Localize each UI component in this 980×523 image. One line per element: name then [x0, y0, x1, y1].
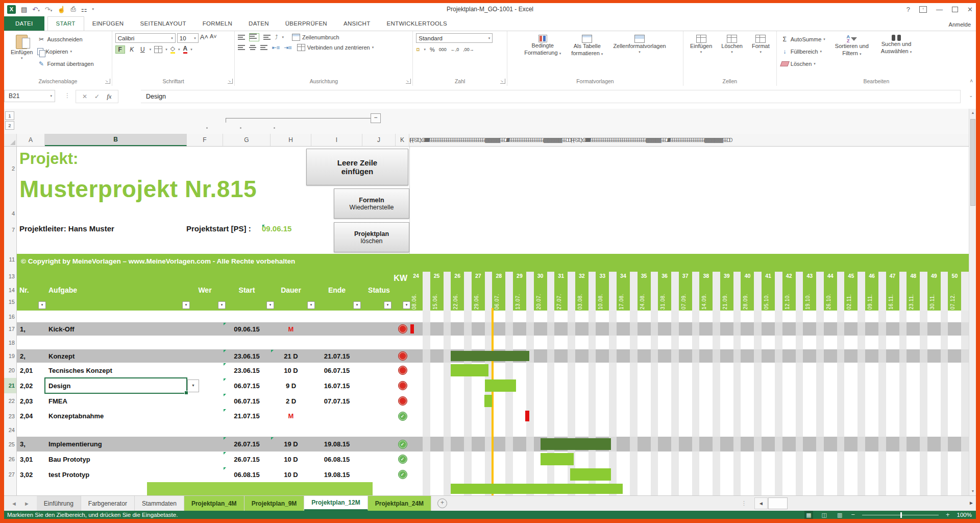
filter-button[interactable]: ▾ — [266, 301, 274, 309]
row-header-25[interactable]: 25 — [4, 437, 16, 451]
copy-button[interactable]: Kopieren▾ — [36, 45, 94, 58]
cell-task-27[interactable]: test Prototyp — [45, 467, 187, 482]
milestone-23[interactable] — [525, 411, 529, 421]
gantt-bar-20[interactable] — [451, 364, 488, 376]
filter-button[interactable]: ▾ — [353, 301, 361, 309]
ribbon-tab-start[interactable]: START — [47, 16, 84, 31]
fill-button[interactable]: ↓Füllbereich▾ — [780, 45, 826, 58]
format-painter-button[interactable]: ✎Format übertragen — [36, 58, 94, 70]
cell-ende-19[interactable]: 21.07.15 — [311, 349, 362, 363]
sheet-nav-prev-icon[interactable]: ◄ — [11, 501, 17, 507]
sheet-tab-Projektplan_4M[interactable]: Projektplan_4M — [184, 496, 244, 511]
sheet-tab-Projektplan_12M[interactable]: Projektplan_12M — [304, 496, 368, 511]
vertical-scroll-thumb[interactable] — [970, 119, 975, 206]
cell-dauer-21[interactable]: 9 D — [271, 378, 311, 393]
sheet-tab-Farbgenerator[interactable]: Farbgenerator — [81, 496, 135, 511]
row-header-28[interactable] — [4, 482, 16, 495]
gantt-bar-21[interactable] — [485, 379, 516, 392]
formula-input[interactable]: Design — [141, 90, 961, 103]
cell-task-23[interactable]: Konzeptabnahme — [45, 409, 187, 423]
confirm-entry-icon[interactable]: ✓ — [94, 93, 100, 100]
tab-split-handle[interactable]: ⋮ — [741, 500, 747, 507]
row-header-11[interactable]: 11 — [9, 256, 15, 263]
cell-dauer-16[interactable] — [271, 311, 311, 322]
cell-nr-28[interactable] — [17, 482, 45, 495]
format-cells-button[interactable]: Format▾ — [748, 33, 773, 78]
italic-button[interactable]: K — [128, 46, 136, 53]
row-header-7[interactable]: 7 — [12, 227, 15, 233]
cell-dauer-18[interactable] — [271, 336, 311, 349]
cell-start-21[interactable]: 06.07.15 — [223, 378, 271, 393]
cell-nr-19[interactable]: 2, — [17, 349, 45, 363]
font-color-icon[interactable]: A — [183, 45, 188, 54]
cell-nr-22[interactable]: 2,03 — [17, 393, 45, 409]
increase-decimal-icon[interactable]: ←,0 — [451, 47, 459, 52]
outline-level-1-button[interactable]: 1 — [5, 111, 14, 120]
column-header-K[interactable]: K — [396, 134, 409, 146]
row-header-15[interactable]: 15 — [9, 299, 15, 305]
cell-start-26[interactable]: 26.07.15 — [223, 451, 271, 467]
cell-start-22[interactable]: 06.07.15 — [223, 393, 271, 409]
cut-button[interactable]: ✂Ausschneiden — [36, 33, 94, 45]
cell-nr-17[interactable]: 1, — [17, 322, 45, 336]
insert-empty-row-button[interactable]: Leere Zeileeinfügen — [306, 149, 408, 185]
help-button[interactable]: ? — [906, 6, 910, 13]
expand-formula-bar-icon[interactable]: ⌄ — [969, 93, 973, 98]
clear-plan-button[interactable]: Projektplanlöschen — [334, 222, 409, 252]
insert-cells-button[interactable]: Einfügen▾ — [687, 33, 716, 78]
column-header-A[interactable]: A — [17, 134, 45, 146]
align-middle-icon[interactable] — [249, 33, 259, 41]
zoom-slider-thumb[interactable] — [900, 512, 902, 518]
align-bottom-icon[interactable] — [263, 35, 271, 40]
clear-button[interactable]: Löschen▾ — [780, 58, 826, 70]
paste-button[interactable]: Einfügen▾ — [7, 33, 36, 78]
column-header-I[interactable]: I — [311, 134, 362, 146]
cell-ende-22[interactable]: 07.07.15 — [311, 393, 362, 409]
sheet-tab-Projektplan_24M[interactable]: Projektplan_24M — [368, 496, 431, 511]
cell-task-24[interactable] — [45, 423, 187, 437]
cell-dauer-26[interactable]: 10 D — [271, 451, 311, 467]
cell-start-27[interactable]: 06.08.15 — [223, 467, 271, 482]
hscroll-right-icon[interactable]: ► — [967, 497, 976, 509]
percent-format-icon[interactable]: % — [430, 46, 435, 53]
restore-button[interactable] — [952, 7, 958, 12]
cell-nr-27[interactable]: 3,02 — [17, 467, 45, 482]
status-error-icon[interactable]: ✕ — [398, 351, 407, 361]
column-header-J[interactable]: J — [362, 134, 396, 146]
cell-dauer-20[interactable]: 10 D — [271, 363, 311, 378]
row-header-21[interactable]: 21 — [4, 378, 16, 393]
select-all-corner[interactable] — [4, 134, 17, 146]
outline-level-2-button[interactable]: 2 — [5, 121, 14, 130]
cell-nr-20[interactable]: 2,01 — [17, 363, 45, 378]
row-header-23[interactable]: 23 — [4, 409, 16, 423]
hscroll-left-icon[interactable]: ◄ — [754, 497, 768, 509]
cell-task-21[interactable]: Design▼ — [45, 378, 187, 393]
cell-start-19[interactable]: 23.06.15 — [223, 349, 271, 363]
dialog-launcher-font[interactable]: ↘ — [228, 79, 233, 84]
cell-dauer-23[interactable]: M — [271, 409, 311, 423]
cell-start-17[interactable]: 09.06.15 — [223, 322, 271, 336]
ribbon-tab-überprüfen[interactable]: ÜBERPRÜFEN — [277, 17, 335, 31]
cell-start-20[interactable]: 23.06.15 — [223, 363, 271, 378]
account-label[interactable]: Anmelde — [949, 21, 971, 28]
vertical-scrollbar[interactable]: ▲ ▼ — [969, 109, 976, 495]
scroll-up-icon[interactable]: ▲ — [969, 109, 976, 117]
row-header-22[interactable]: 22 — [4, 393, 16, 409]
status-ok-icon[interactable]: ✓ — [398, 455, 407, 464]
cell-ende-17[interactable] — [311, 322, 362, 336]
autosum-button[interactable]: ΣAutoSumme▾ — [780, 33, 826, 45]
normal-view-icon[interactable]: ▦ — [804, 511, 813, 519]
row-header-26[interactable]: 26 — [4, 451, 16, 467]
cell-start-25[interactable]: 26.07.15 — [223, 437, 271, 451]
cell-ende-25[interactable]: 19.08.15 — [311, 437, 362, 451]
cell-start-16[interactable] — [223, 311, 271, 322]
ribbon-tab-formeln[interactable]: FORMELN — [194, 17, 240, 31]
cell-task-22[interactable]: FMEA — [45, 393, 187, 409]
cell-task-26[interactable]: Bau Prototyp — [45, 451, 187, 467]
column-header-G[interactable]: G — [223, 134, 271, 146]
page-layout-view-icon[interactable]: ◫ — [820, 511, 828, 519]
ribbon-tab-einfügen[interactable]: EINFÜGEN — [84, 17, 132, 31]
cell-task-20[interactable]: Tecnisches Konzept — [45, 363, 187, 378]
status-ok-icon[interactable]: ✓ — [398, 440, 407, 449]
column-header-B[interactable]: B — [45, 134, 187, 146]
